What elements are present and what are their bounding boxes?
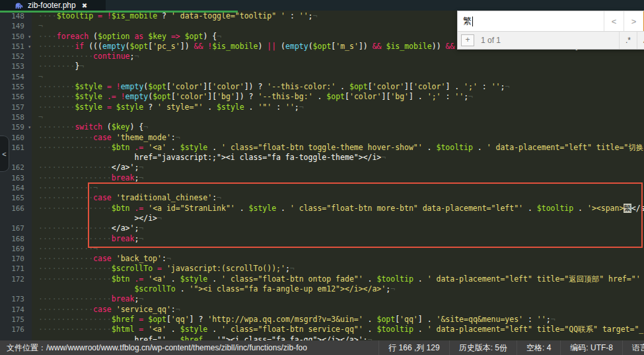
token: 'service_qq' bbox=[116, 305, 171, 314]
tab-title: zib-footer.php bbox=[28, 1, 76, 10]
token: '"><i class="fa fa-angle-up em12"></i></… bbox=[190, 284, 386, 294]
code-line[interactable]: 162················</a>';¬ bbox=[0, 163, 644, 173]
code-line[interactable]: 170············case 'back_top':¬ bbox=[0, 254, 644, 264]
history-versions[interactable]: 历史版本: 5份 bbox=[449, 340, 517, 355]
code-line[interactable]: ></i>¬ bbox=[0, 214, 644, 223]
code-line[interactable]: 158¬ bbox=[0, 112, 644, 122]
line-number[interactable]: 171 bbox=[0, 264, 32, 274]
line-number[interactable]: 157 bbox=[0, 102, 32, 112]
token: && bbox=[373, 42, 382, 51]
line-number[interactable]: 164 bbox=[0, 183, 32, 193]
code-line[interactable]: 156········$style .= !empty($opt['color'… bbox=[0, 92, 644, 102]
close-icon[interactable]: ✖ bbox=[82, 2, 87, 9]
line-number[interactable]: 163 bbox=[0, 173, 32, 183]
line-number[interactable]: 159▾ bbox=[0, 122, 32, 132]
token: '' bbox=[285, 102, 295, 112]
text-caret bbox=[472, 17, 473, 26]
line-number[interactable]: 151▾ bbox=[0, 42, 32, 52]
line-number[interactable]: 156 bbox=[0, 92, 32, 102]
case-toggle[interactable]: A bbox=[637, 32, 644, 49]
token: ¬ bbox=[134, 52, 139, 61]
add-search-button[interactable]: + bbox=[461, 34, 474, 46]
encoding[interactable]: 编码: UTF-8 bbox=[560, 340, 622, 355]
line-number[interactable]: 165 bbox=[0, 193, 32, 203]
line-number[interactable]: 172 bbox=[0, 274, 32, 284]
code-line[interactable]: href="' . $href . '"><i class="fa fa-qq"… bbox=[0, 335, 644, 341]
line-number[interactable] bbox=[0, 214, 32, 223]
line-number[interactable] bbox=[0, 284, 32, 294]
token: $btn bbox=[112, 274, 130, 284]
code-line[interactable]: 174············case 'service_qq':¬ bbox=[0, 305, 644, 315]
indent-spaces[interactable]: 空格: 4 bbox=[517, 340, 560, 355]
line-number[interactable]: 154 bbox=[0, 72, 32, 82]
editor[interactable]: 148····$tooltip = !$is_mobile ? ' data-t… bbox=[0, 11, 644, 340]
code-line[interactable]: 155········$style = !empty($opt['color']… bbox=[0, 82, 644, 92]
code-line[interactable]: 157········$style = $style ? ' style="' … bbox=[0, 102, 644, 112]
code-editor-app: zib-footer.php ✖ 148····$tooltip = !$is_… bbox=[0, 0, 644, 355]
code-line[interactable]: 152············continue;¬ bbox=[0, 52, 644, 61]
token: ][ bbox=[203, 82, 212, 91]
code-line[interactable]: 175················$href = $opt['qq'] ? … bbox=[0, 315, 644, 325]
token: '' bbox=[454, 92, 464, 101]
line-number[interactable]: 166 bbox=[0, 204, 32, 214]
token: ¬ bbox=[313, 11, 318, 20]
token: ¬ bbox=[38, 112, 43, 122]
token: break bbox=[112, 234, 135, 243]
fold-arrow-icon[interactable]: ▾ bbox=[28, 32, 31, 42]
line-number[interactable]: 175 bbox=[0, 315, 32, 325]
code-line[interactable]: $scrollTo . '"><i class="fa fa-angle-up … bbox=[0, 284, 644, 294]
line-number[interactable]: 168 bbox=[0, 234, 32, 244]
code-line[interactable]: 165············case 'traditional_chinese… bbox=[0, 193, 644, 203]
token: ' data-placement="left" title="QQ联系" tar… bbox=[427, 325, 644, 334]
line-number[interactable]: 170 bbox=[0, 254, 32, 264]
fold-arrow-icon[interactable]: ▾ bbox=[28, 122, 31, 132]
line-number[interactable]: 176 bbox=[0, 325, 32, 335]
code-line[interactable]: 159▾········switch ($key) {¬ bbox=[0, 122, 644, 132]
search-next-button[interactable]: > bbox=[624, 11, 643, 31]
search-input[interactable]: 繁 bbox=[458, 11, 604, 31]
regex-toggle[interactable]: .* bbox=[619, 32, 637, 49]
token: '--this-bg:' bbox=[258, 92, 312, 101]
code-line[interactable]: 154¬ bbox=[0, 72, 644, 82]
code-line[interactable]: 164············¬ bbox=[0, 183, 644, 193]
line-number[interactable]: 149 bbox=[0, 21, 32, 31]
token: 'http://wpa.qq.com/msgrd?v=3&uin=' bbox=[207, 315, 363, 324]
tab-zib-footer[interactable]: zib-footer.php ✖ bbox=[0, 0, 106, 11]
code-line[interactable]: 161················$btn .= '<a' . $style… bbox=[0, 143, 644, 153]
code-line[interactable]: 176················$html = '<a' . $style… bbox=[0, 325, 644, 335]
code-line[interactable]: 166················$btn .= '<a id="Stran… bbox=[0, 204, 644, 214]
line-number[interactable]: 167 bbox=[0, 223, 32, 233]
line-number[interactable]: 173 bbox=[0, 294, 32, 304]
code-line[interactable]: 153········}¬ bbox=[0, 61, 644, 71]
line-number[interactable]: 169 bbox=[0, 244, 32, 254]
search-prev-button[interactable]: < bbox=[604, 11, 624, 31]
code-line[interactable]: href="javascript:;"><i class="fa fa-togg… bbox=[0, 153, 644, 163]
line-number[interactable]: 158 bbox=[0, 112, 32, 122]
line-number[interactable]: 155 bbox=[0, 82, 32, 92]
token: ¬ bbox=[38, 21, 43, 30]
token: )) bbox=[432, 42, 446, 51]
line-number[interactable]: 152 bbox=[0, 52, 32, 61]
cursor-position[interactable]: 行 166 ,列 129 bbox=[378, 340, 448, 355]
line-number[interactable]: 150▾ bbox=[0, 32, 32, 42]
code-line[interactable]: 160············case 'theme_mode':¬ bbox=[0, 133, 644, 143]
code-line[interactable]: 173················break;¬ bbox=[0, 294, 644, 304]
token: $style bbox=[75, 102, 102, 112]
line-content: ················</a>';¬ bbox=[32, 223, 143, 233]
line-number[interactable]: 174 bbox=[0, 305, 32, 315]
code-line[interactable]: 168················break;¬ bbox=[0, 234, 644, 244]
line-number[interactable]: 148 bbox=[0, 11, 32, 21]
token: '><span> bbox=[587, 204, 624, 213]
token: ></i> bbox=[38, 214, 157, 223]
code-line[interactable]: 171················$scrollTo = 'javascri… bbox=[0, 264, 644, 274]
code-line[interactable]: 169············¬ bbox=[0, 244, 644, 254]
token: foreach bbox=[57, 32, 89, 41]
fold-arrow-icon[interactable]: ▾ bbox=[28, 42, 31, 52]
code-line[interactable]: 163················break;¬ bbox=[0, 173, 644, 183]
sidebar-collapse-handle[interactable]: < bbox=[0, 136, 9, 172]
language[interactable]: 语言 bbox=[622, 340, 644, 355]
code-line[interactable]: 172················$btn .= '<a' . $style… bbox=[0, 274, 644, 284]
line-number[interactable] bbox=[0, 335, 32, 341]
code-line[interactable]: 167················</a>';¬ bbox=[0, 223, 644, 233]
line-number[interactable]: 153 bbox=[0, 61, 32, 71]
